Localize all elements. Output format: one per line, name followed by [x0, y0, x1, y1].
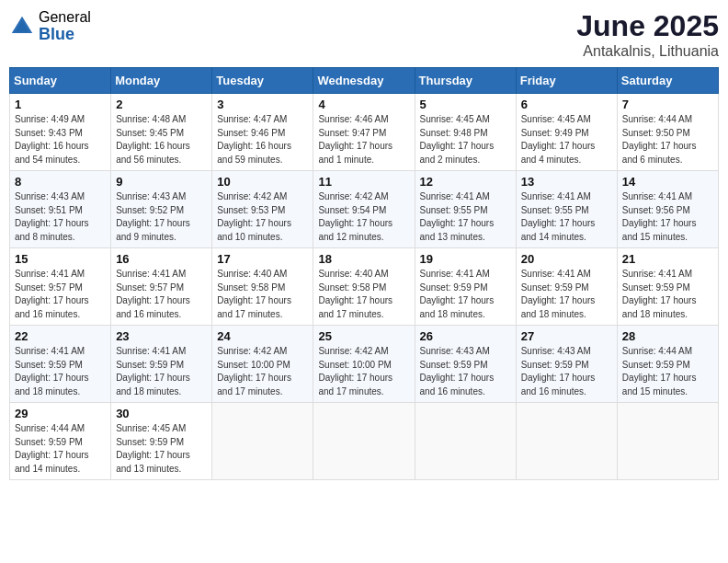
- day-info: Sunrise: 4:44 AM Sunset: 9:59 PM Dayligh…: [622, 345, 713, 398]
- calendar-cell: 29 Sunrise: 4:44 AM Sunset: 9:59 PM Dayl…: [10, 403, 111, 480]
- sunrise: Sunrise: 4:41 AM: [116, 269, 186, 279]
- sunrise: Sunrise: 4:45 AM: [521, 114, 591, 124]
- sunrise: Sunrise: 4:44 AM: [622, 114, 692, 124]
- sunset: Sunset: 9:58 PM: [318, 282, 386, 293]
- sunset: Sunset: 9:57 PM: [15, 282, 83, 293]
- daylight: Daylight: 17 hours and 13 minutes.: [116, 450, 190, 474]
- calendar-cell: 28 Sunrise: 4:44 AM Sunset: 9:59 PM Dayl…: [617, 326, 718, 403]
- calendar-week-2: 8 Sunrise: 4:43 AM Sunset: 9:51 PM Dayli…: [10, 171, 719, 248]
- sunset: Sunset: 9:59 PM: [116, 360, 184, 370]
- sunset: Sunset: 9:46 PM: [217, 128, 285, 138]
- calendar-cell: 19 Sunrise: 4:41 AM Sunset: 9:59 PM Dayl…: [415, 248, 516, 326]
- sunset: Sunset: 10:00 PM: [318, 360, 392, 370]
- day-info: Sunrise: 4:43 AM Sunset: 9:59 PM Dayligh…: [420, 345, 511, 398]
- calendar-cell: 20 Sunrise: 4:41 AM Sunset: 9:59 PM Dayl…: [516, 248, 617, 326]
- sunrise: Sunrise: 4:40 AM: [217, 269, 287, 279]
- sunrise: Sunrise: 4:43 AM: [116, 191, 186, 201]
- day-number: 16: [116, 252, 207, 266]
- sunset: Sunset: 9:54 PM: [318, 205, 386, 215]
- sunrise: Sunrise: 4:48 AM: [116, 114, 186, 124]
- sunset: Sunset: 9:59 PM: [622, 282, 690, 293]
- day-info: Sunrise: 4:43 AM Sunset: 9:59 PM Dayligh…: [521, 345, 612, 398]
- calendar-cell: 5 Sunrise: 4:45 AM Sunset: 9:48 PM Dayli…: [415, 94, 516, 171]
- day-number: 5: [420, 98, 511, 111]
- day-number: 27: [521, 329, 612, 343]
- calendar-table: SundayMondayTuesdayWednesdayThursdayFrid…: [9, 67, 719, 480]
- calendar-cell: 24 Sunrise: 4:42 AM Sunset: 10:00 PM Day…: [212, 326, 313, 403]
- calendar-cell: [313, 403, 415, 480]
- daylight: Daylight: 17 hours and 15 minutes.: [622, 373, 697, 396]
- col-header-wednesday: Wednesday: [313, 68, 415, 94]
- sunset: Sunset: 9:53 PM: [217, 205, 285, 215]
- sunrise: Sunrise: 4:41 AM: [622, 269, 692, 279]
- sunrise: Sunrise: 4:41 AM: [15, 269, 85, 279]
- calendar-cell: 17 Sunrise: 4:40 AM Sunset: 9:58 PM Dayl…: [212, 248, 313, 326]
- logo: General Blue: [9, 9, 91, 43]
- day-number: 28: [622, 329, 713, 343]
- sunset: Sunset: 9:59 PM: [15, 360, 83, 370]
- daylight: Daylight: 17 hours and 16 minutes.: [15, 295, 89, 319]
- sunrise: Sunrise: 4:45 AM: [420, 114, 490, 124]
- title-block: June 2025 Antakalnis, Lithuania: [576, 9, 719, 60]
- calendar-cell: 23 Sunrise: 4:41 AM Sunset: 9:59 PM Dayl…: [111, 326, 212, 403]
- logo-general: General: [39, 9, 91, 26]
- calendar-cell: 13 Sunrise: 4:41 AM Sunset: 9:55 PM Dayl…: [516, 171, 617, 248]
- page-header: General Blue June 2025 Antakalnis, Lithu…: [9, 9, 719, 60]
- calendar-cell: 10 Sunrise: 4:42 AM Sunset: 9:53 PM Dayl…: [212, 171, 313, 248]
- sunrise: Sunrise: 4:49 AM: [15, 114, 85, 124]
- daylight: Daylight: 17 hours and 18 minutes.: [622, 295, 697, 319]
- daylight: Daylight: 17 hours and 15 minutes.: [622, 218, 697, 242]
- day-number: 3: [217, 98, 308, 111]
- sunrise: Sunrise: 4:42 AM: [217, 191, 287, 201]
- sunrise: Sunrise: 4:42 AM: [217, 346, 287, 356]
- calendar-cell: 18 Sunrise: 4:40 AM Sunset: 9:58 PM Dayl…: [313, 248, 415, 326]
- col-header-sunday: Sunday: [10, 68, 111, 94]
- daylight: Daylight: 16 hours and 56 minutes.: [116, 141, 190, 165]
- calendar-week-5: 29 Sunrise: 4:44 AM Sunset: 9:59 PM Dayl…: [10, 403, 719, 480]
- day-number: 1: [15, 98, 106, 111]
- day-info: Sunrise: 4:41 AM Sunset: 9:59 PM Dayligh…: [15, 345, 106, 398]
- daylight: Daylight: 17 hours and 9 minutes.: [116, 218, 190, 242]
- day-number: 7: [622, 98, 713, 111]
- daylight: Daylight: 16 hours and 59 minutes.: [217, 141, 291, 165]
- daylight: Daylight: 17 hours and 18 minutes.: [420, 295, 495, 319]
- day-number: 20: [521, 252, 612, 266]
- sunrise: Sunrise: 4:42 AM: [318, 346, 388, 356]
- logo-icon: [9, 14, 35, 40]
- day-info: Sunrise: 4:46 AM Sunset: 9:47 PM Dayligh…: [318, 113, 409, 167]
- col-header-saturday: Saturday: [617, 68, 718, 94]
- daylight: Daylight: 17 hours and 4 minutes.: [521, 141, 596, 165]
- sunrise: Sunrise: 4:41 AM: [521, 191, 591, 201]
- sunrise: Sunrise: 4:41 AM: [622, 191, 692, 201]
- daylight: Daylight: 17 hours and 18 minutes.: [15, 373, 89, 396]
- day-info: Sunrise: 4:45 AM Sunset: 9:59 PM Dayligh…: [116, 422, 207, 476]
- sunrise: Sunrise: 4:47 AM: [217, 114, 287, 124]
- logo-text: General Blue: [39, 9, 91, 43]
- day-info: Sunrise: 4:41 AM Sunset: 9:59 PM Dayligh…: [116, 345, 207, 398]
- day-info: Sunrise: 4:43 AM Sunset: 9:52 PM Dayligh…: [116, 190, 207, 244]
- sunset: Sunset: 9:48 PM: [420, 128, 488, 138]
- sunset: Sunset: 9:55 PM: [420, 205, 488, 215]
- col-header-friday: Friday: [516, 68, 617, 94]
- day-number: 17: [217, 252, 308, 266]
- day-number: 18: [318, 252, 409, 266]
- calendar-week-3: 15 Sunrise: 4:41 AM Sunset: 9:57 PM Dayl…: [10, 248, 719, 326]
- calendar-cell: 11 Sunrise: 4:42 AM Sunset: 9:54 PM Dayl…: [313, 171, 415, 248]
- day-info: Sunrise: 4:41 AM Sunset: 9:57 PM Dayligh…: [15, 268, 106, 321]
- daylight: Daylight: 17 hours and 14 minutes.: [15, 450, 89, 474]
- location: Antakalnis, Lithuania: [576, 43, 719, 60]
- daylight: Daylight: 17 hours and 2 minutes.: [420, 141, 495, 165]
- day-info: Sunrise: 4:41 AM Sunset: 9:55 PM Dayligh…: [420, 190, 511, 244]
- day-number: 9: [116, 175, 207, 189]
- sunset: Sunset: 9:47 PM: [318, 128, 386, 138]
- day-info: Sunrise: 4:42 AM Sunset: 10:00 PM Daylig…: [318, 345, 409, 398]
- daylight: Daylight: 17 hours and 13 minutes.: [420, 218, 495, 242]
- calendar-cell: 7 Sunrise: 4:44 AM Sunset: 9:50 PM Dayli…: [617, 94, 718, 171]
- day-number: 4: [318, 98, 409, 111]
- sunset: Sunset: 9:59 PM: [116, 437, 184, 447]
- daylight: Daylight: 17 hours and 18 minutes.: [116, 373, 190, 396]
- calendar-cell: 16 Sunrise: 4:41 AM Sunset: 9:57 PM Dayl…: [111, 248, 212, 326]
- day-info: Sunrise: 4:41 AM Sunset: 9:55 PM Dayligh…: [521, 190, 612, 244]
- daylight: Daylight: 17 hours and 16 minutes.: [521, 373, 596, 396]
- logo-blue: Blue: [39, 26, 91, 44]
